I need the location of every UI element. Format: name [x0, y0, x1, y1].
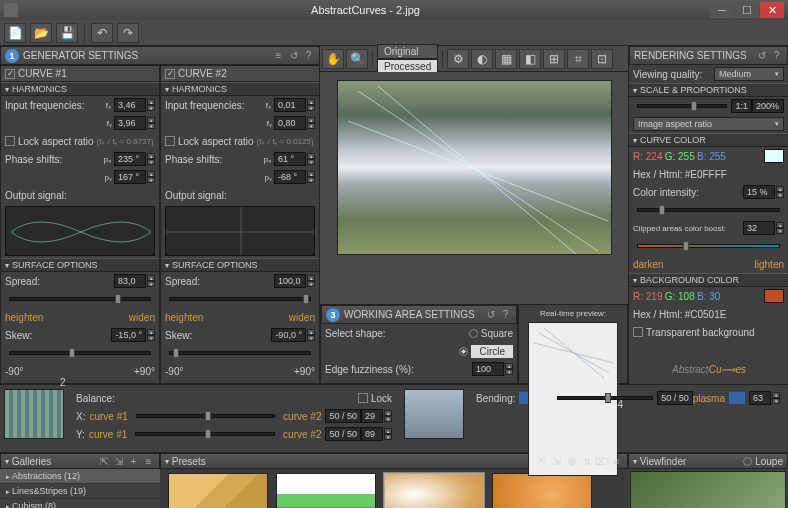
skew-1-input[interactable]: -15,0 ° [111, 328, 146, 342]
bg-color-swatch[interactable] [764, 289, 784, 303]
zoom-input[interactable]: 200% [752, 99, 784, 113]
curve-2-header[interactable]: ✓CURVE #2 [161, 66, 319, 82]
viewfinder-image[interactable] [630, 471, 786, 508]
skew-2-input[interactable]: -90,0 ° [271, 328, 306, 342]
surface-1-header[interactable]: SURFACE OPTIONS [1, 258, 159, 272]
logo: AbstractCu⟿es [629, 354, 788, 384]
bending-input[interactable]: 63 [749, 391, 771, 405]
tool-icon[interactable]: ⊞ [543, 49, 565, 69]
gallery-item[interactable]: Abstractions (12) [0, 469, 160, 484]
spread-2-slider[interactable] [169, 297, 311, 301]
reset-icon[interactable]: ↺ [755, 49, 768, 62]
boost-slider[interactable] [637, 244, 780, 248]
export-icon[interactable]: ⇱ [97, 455, 110, 468]
tool-icon[interactable]: ▦ [495, 49, 517, 69]
boost-input[interactable]: 32 [743, 221, 775, 235]
intensity-slider[interactable] [637, 208, 780, 212]
curve-1-header[interactable]: ✓CURVE #1 [1, 66, 159, 82]
open-file-icon[interactable]: 📂 [30, 23, 52, 43]
fx-2-input[interactable]: 0,01 [274, 98, 306, 112]
add-icon[interactable]: + [127, 455, 140, 468]
scale-header[interactable]: SCALE & PROPORTIONS [629, 83, 788, 97]
transparent-bg-checkbox[interactable] [633, 327, 643, 337]
close-button[interactable]: ✕ [760, 2, 784, 18]
balance-thumb-1[interactable] [4, 389, 64, 439]
hand-tool-icon[interactable]: ✋ [322, 49, 344, 69]
skew-2-slider[interactable] [169, 351, 311, 355]
fx-1-spinner[interactable]: ▴▾ [147, 99, 155, 111]
edge-fuzz-input[interactable]: 100 [472, 362, 504, 376]
curve-color-header[interactable]: CURVE COLOR [629, 133, 788, 147]
transparent-label: Transparent background [646, 327, 755, 338]
fx-1-input[interactable]: 3,46 [114, 98, 146, 112]
bending-slider[interactable] [557, 396, 653, 400]
px-2-input[interactable]: 61 ° [274, 152, 306, 166]
lock-aspect-2-checkbox[interactable] [165, 136, 175, 146]
preset-thumb[interactable]: fantasy #2 * [384, 473, 484, 508]
spread-1-input[interactable]: 83,0 [114, 274, 146, 288]
scale-slider[interactable] [637, 104, 727, 108]
tool-icon[interactable]: ◐ [471, 49, 493, 69]
main-toolbar: 📄 📂 💾 ↶ ↷ [0, 20, 788, 46]
reset-icon[interactable]: ↺ [287, 49, 300, 62]
maximize-button[interactable]: ☐ [735, 2, 759, 18]
curve-color-swatch[interactable] [764, 149, 784, 163]
curve-1-checkbox[interactable]: ✓ [5, 69, 15, 79]
redo-icon[interactable]: ↷ [117, 23, 139, 43]
galleries-list: ▾ Galleries⇱⇲+≡ Abstractions (12) Lines&… [0, 453, 160, 508]
zoom-tool-icon[interactable]: 🔍 [346, 49, 368, 69]
skew-1-slider[interactable] [9, 351, 151, 355]
tool-icon[interactable]: ◧ [519, 49, 541, 69]
menu-icon[interactable]: ≡ [142, 455, 155, 468]
fy-2-input[interactable]: 0,80 [274, 116, 306, 130]
curve-2-checkbox[interactable]: ✓ [165, 69, 175, 79]
loupe-radio[interactable] [743, 457, 752, 466]
main-area: 1 GENERATOR SETTINGS ≡ ↺ ? ✓CURVE #1 HAR… [0, 46, 788, 384]
preset-thumb[interactable]: hills [276, 473, 376, 508]
boost-label: Clipped areas color boost: [633, 224, 743, 233]
generator-title: GENERATOR SETTINGS [23, 50, 138, 61]
new-file-icon[interactable]: 📄 [4, 23, 26, 43]
quality-dropdown[interactable]: Medium [714, 67, 784, 81]
image-preview[interactable] [337, 80, 612, 255]
original-tab[interactable]: Original [377, 44, 438, 59]
bg-color-header[interactable]: BACKGROUND COLOR [629, 273, 788, 287]
save-icon[interactable]: 💾 [56, 23, 78, 43]
harmonics-1-header[interactable]: HARMONICS [1, 82, 159, 96]
circle-radio[interactable] [459, 347, 468, 356]
balance-x-input[interactable]: 29 [361, 409, 383, 423]
aspect-dropdown[interactable]: Image aspect ratio [633, 117, 784, 131]
lock-balance-checkbox[interactable] [358, 393, 368, 403]
fy-1-spinner[interactable]: ▴▾ [147, 117, 155, 129]
balance-label: Balance: [76, 393, 115, 404]
tool-icon[interactable]: ⊡ [591, 49, 613, 69]
output-label: Output signal: [5, 190, 67, 201]
preset-thumb[interactable]: fantasy #3 [492, 473, 592, 508]
py-2-input[interactable]: -68 ° [274, 170, 306, 184]
py-1-input[interactable]: 167 ° [114, 170, 146, 184]
help-icon[interactable]: ? [499, 308, 512, 321]
lock-aspect-1-checkbox[interactable] [5, 136, 15, 146]
spread-1-slider[interactable] [9, 297, 151, 301]
balance-x-slider[interactable] [136, 414, 275, 418]
reset-icon[interactable]: ↺ [484, 308, 497, 321]
minimize-button[interactable]: ─ [710, 2, 734, 18]
square-radio[interactable] [469, 329, 478, 338]
spread-2-input[interactable]: 100,0 [274, 274, 306, 288]
gallery-item[interactable]: Lines&Stripes (19) [0, 484, 160, 499]
tool-icon[interactable]: ⚙ [447, 49, 469, 69]
intensity-input[interactable]: 15 % [743, 185, 775, 199]
px-1-input[interactable]: 235 ° [114, 152, 146, 166]
help-icon[interactable]: ? [770, 49, 783, 62]
gallery-item[interactable]: Cubism (8) [0, 499, 160, 508]
balance-y-input[interactable]: 89 [361, 427, 383, 441]
fy-1-input[interactable]: 3,96 [114, 116, 146, 130]
import-icon[interactable]: ⇲ [112, 455, 125, 468]
help-icon[interactable]: ? [302, 49, 315, 62]
balance-thumb-2[interactable] [404, 389, 464, 439]
undo-icon[interactable]: ↶ [91, 23, 113, 43]
tool-icon[interactable]: ⌗ [567, 49, 589, 69]
preset-thumb[interactable]: dune [168, 473, 268, 508]
menu-icon[interactable]: ≡ [272, 49, 285, 62]
balance-y-slider[interactable] [135, 432, 275, 436]
